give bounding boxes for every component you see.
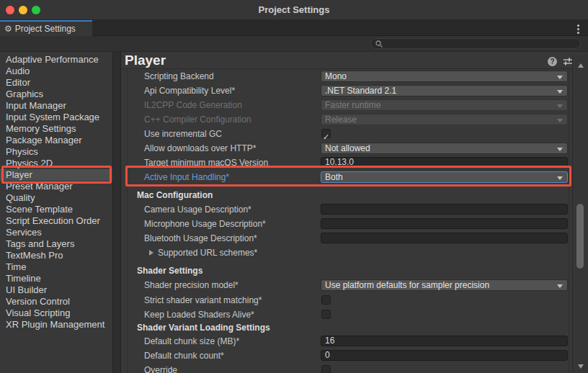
scroll-down-icon[interactable] <box>578 364 584 369</box>
section-mac-configuration: Mac Configuration <box>121 189 572 202</box>
override-checkbox[interactable]: ✓ <box>321 365 331 373</box>
divider <box>121 68 572 69</box>
sidebar-item-graphics[interactable]: Graphics <box>0 89 112 100</box>
sidebar-item-time[interactable]: Time <box>0 261 112 273</box>
player-settings-panel: Player ? Scripting Backend Mono Api Comp… <box>121 52 588 373</box>
title-bar: Project Settings <box>0 0 588 20</box>
sidebar-item-services[interactable]: Services <box>0 227 112 238</box>
tab-strip: ⚙ Project Settings <box>0 20 588 36</box>
chevron-down-icon <box>557 176 563 180</box>
row-target-minimum-macos-version: Target minimum macOS Version 10.13.0 <box>121 157 572 169</box>
sidebar-item-quality[interactable]: Quality <box>0 192 112 204</box>
shader-precision-model-dropdown[interactable]: Use platform defaults for sampler precis… <box>321 279 568 291</box>
sidebar-item-input-manager[interactable]: Input Manager <box>0 100 112 112</box>
settings-category-list: Adaptive Performance Audio Editor Graphi… <box>0 52 112 373</box>
target-macos-version-field[interactable]: 10.13.0 <box>321 157 568 168</box>
row-keep-loaded-shaders-alive: Keep Loaded Shaders Alive* ✓ <box>121 309 572 321</box>
row-default-chunk-size: Default chunk size (MB)* 16 <box>121 336 572 348</box>
chevron-down-icon <box>557 148 563 151</box>
chevron-down-icon <box>557 284 563 288</box>
bluetooth-usage-description-field[interactable] <box>321 233 568 243</box>
row-allow-downloads-over-http: Allow downloads over HTTP* Not allowed <box>121 143 572 155</box>
vertical-scrollbar[interactable] <box>572 55 588 373</box>
sidebar-item-package-manager[interactable]: Package Manager <box>0 135 112 146</box>
use-incremental-gc-checkbox[interactable]: ✓ <box>321 129 331 138</box>
foldout-arrow-icon <box>149 250 153 256</box>
page-title: Player <box>125 53 166 68</box>
window-title: Project Settings <box>0 0 588 20</box>
search-icon <box>375 40 383 48</box>
sidebar-item-scene-template[interactable]: Scene Template <box>0 204 112 215</box>
sidebar-item-player[interactable]: Player <box>0 169 112 181</box>
sidebar-item-preset-manager[interactable]: Preset Manager <box>0 181 112 192</box>
default-chunk-size-field[interactable]: 16 <box>321 336 568 346</box>
sidebar-item-physics[interactable]: Physics <box>0 146 112 158</box>
row-api-compatibility-level: Api Compatibility Level* .NET Standard 2… <box>121 85 572 97</box>
sidebar-item-memory-settings[interactable]: Memory Settings <box>0 123 112 135</box>
row-default-chunk-count: Default chunk count* 0 <box>121 350 572 362</box>
sidebar-item-ui-builder[interactable]: UI Builder <box>0 284 112 296</box>
section-shader-variant-loading-settings: Shader Variant Loading Settings <box>121 322 572 334</box>
sidebar-item-physics-2d[interactable]: Physics 2D <box>0 158 112 169</box>
sidebar-item-timeline[interactable]: Timeline <box>0 273 112 284</box>
window-more-menu-icon[interactable] <box>577 28 579 30</box>
sidebar-item-editor[interactable]: Editor <box>0 77 112 89</box>
keep-loaded-shaders-alive-checkbox[interactable]: ✓ <box>321 310 331 319</box>
tab-label: Project Settings <box>15 24 76 34</box>
row-strict-shader-variant-matching: Strict shader variant matching* ✓ <box>121 295 572 307</box>
il2cpp-code-generation-dropdown: Faster runtime <box>321 99 568 111</box>
help-icon[interactable]: ? <box>548 57 557 66</box>
sidebar-splitter[interactable] <box>112 52 121 373</box>
chevron-down-icon <box>557 119 563 122</box>
gear-icon: ⚙ <box>4 24 12 33</box>
sidebar-item-adaptive-performance[interactable]: Adaptive Performance <box>0 54 112 66</box>
chevron-down-icon <box>557 76 563 79</box>
default-chunk-count-field[interactable]: 0 <box>321 350 568 361</box>
toolbar <box>0 36 588 52</box>
sidebar-item-audio[interactable]: Audio <box>0 66 112 77</box>
row-scripting-backend: Scripting Backend Mono <box>121 71 572 83</box>
chevron-down-icon <box>557 104 563 108</box>
check-icon: ✓ <box>323 132 329 142</box>
section-shader-settings: Shader Settings <box>121 265 572 277</box>
chevron-down-icon <box>557 90 563 94</box>
row-il2cpp-code-generation: IL2CPP Code Generation Faster runtime <box>121 99 572 112</box>
strict-shader-variant-matching-checkbox[interactable]: ✓ <box>321 295 331 305</box>
row-use-incremental-gc: Use incremental GC ✓ <box>121 128 572 140</box>
row-microphone-usage-description: Microphone Usage Description* <box>121 218 572 230</box>
row-override: Override ✓ <box>121 364 572 373</box>
row-supported-url-schemes[interactable]: Supported URL schemes* <box>121 247 572 259</box>
cpp-compiler-configuration-dropdown: Release <box>321 114 568 125</box>
presets-icon[interactable] <box>563 57 573 66</box>
row-cpp-compiler-configuration: C++ Compiler Configuration Release <box>121 114 572 126</box>
active-input-handling-dropdown[interactable]: Both <box>321 171 568 183</box>
row-camera-usage-description: Camera Usage Description* <box>121 204 572 216</box>
scroll-up-icon[interactable] <box>578 63 584 68</box>
scrollbar-thumb[interactable] <box>576 204 584 269</box>
sidebar-item-version-control[interactable]: Version Control <box>0 296 112 307</box>
search-input[interactable] <box>370 38 581 49</box>
sidebar-item-visual-scripting[interactable]: Visual Scripting <box>0 307 112 319</box>
microphone-usage-description-field[interactable] <box>321 218 568 229</box>
api-compatibility-dropdown[interactable]: .NET Standard 2.1 <box>321 85 568 96</box>
sidebar-item-textmesh-pro[interactable]: TextMesh Pro <box>0 250 112 261</box>
row-bluetooth-usage-description: Bluetooth Usage Description* <box>121 233 572 245</box>
tab-project-settings[interactable]: ⚙ Project Settings <box>0 20 92 36</box>
camera-usage-description-field[interactable] <box>321 204 568 215</box>
row-active-input-handling: Active Input Handling* Both <box>121 171 572 184</box>
sidebar-item-tags-and-layers[interactable]: Tags and Layers <box>0 238 112 250</box>
row-shader-precision-model: Shader precision model* Use platform def… <box>121 279 572 292</box>
sidebar-item-script-execution-order[interactable]: Script Execution Order <box>0 215 112 227</box>
sidebar-item-xr-plugin-management[interactable]: XR Plugin Management <box>0 319 112 331</box>
allow-downloads-http-dropdown[interactable]: Not allowed <box>321 143 568 154</box>
sidebar-item-input-system-package[interactable]: Input System Package <box>0 112 112 123</box>
scripting-backend-dropdown[interactable]: Mono <box>321 71 568 82</box>
